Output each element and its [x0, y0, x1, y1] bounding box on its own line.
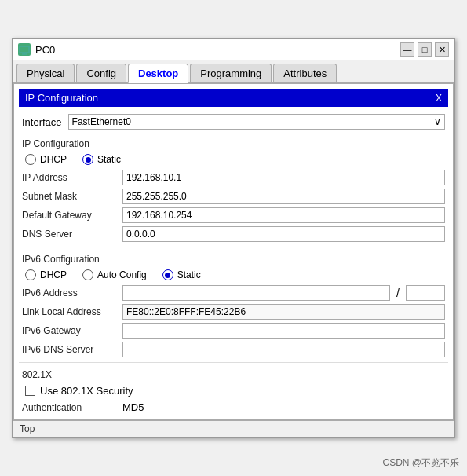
ipv6-prefix-input[interactable]	[406, 285, 445, 301]
tab-physical[interactable]: Physical	[16, 64, 75, 82]
ipv6-dhcp-option[interactable]: DHCP	[25, 269, 67, 280]
tab-desktop[interactable]: Desktop	[128, 64, 188, 83]
svg-rect-0	[20, 46, 29, 53]
ipv6-autoconfig-radio[interactable]	[82, 269, 93, 280]
title-bar: PC0 — □ ✕	[13, 39, 454, 60]
title-bar-left: PC0	[18, 43, 55, 56]
dot1x-checkbox-row: Use 802.1X Security	[19, 382, 448, 400]
ipv6-autoconfig-option[interactable]: Auto Config	[82, 269, 147, 280]
ipv6-address-row: IPv6 Address /	[19, 284, 448, 302]
ipv6-dns-row: IPv6 DNS Server	[19, 340, 448, 359]
dns-server-input[interactable]	[122, 226, 445, 242]
authentication-value: MD5	[122, 401, 144, 413]
default-gateway-input[interactable]	[122, 207, 445, 223]
link-local-input[interactable]	[122, 304, 445, 320]
ipv6-gateway-input[interactable]	[122, 323, 445, 339]
tab-bar: Physical Config Desktop Programming Attr…	[13, 60, 454, 83]
close-button[interactable]: ✕	[435, 42, 449, 57]
dns-server-label: DNS Server	[22, 229, 116, 240]
subnet-mask-label: Subnet Mask	[22, 191, 116, 202]
ipv6-gateway-row: IPv6 Gateway	[19, 321, 448, 340]
subnet-mask-input[interactable]	[122, 189, 445, 204]
app-icon	[18, 43, 31, 56]
ip-address-input[interactable]	[122, 170, 445, 185]
ipv4-static-radio-dot	[86, 157, 91, 163]
interface-label: Interface	[22, 116, 62, 128]
dot1x-title: 802.1X	[19, 366, 448, 382]
tab-programming[interactable]: Programming	[190, 64, 272, 82]
authentication-label: Authentication	[22, 402, 116, 413]
ipv6-slash: /	[396, 287, 400, 299]
title-buttons: — □ ✕	[400, 42, 449, 57]
ipv6-static-label: Static	[177, 269, 201, 280]
interface-value: FastEthernet0	[72, 116, 131, 127]
interface-row: Interface FastEthernet0 ∨	[19, 112, 448, 132]
authentication-row: Authentication MD5	[19, 400, 448, 415]
ip-config-title: IP Configuration	[25, 92, 98, 104]
minimize-button[interactable]: —	[400, 42, 414, 57]
link-local-row: Link Local Address	[19, 302, 448, 321]
main-window: PC0 — □ ✕ Physical Config Desktop Progra…	[12, 38, 455, 438]
watermark: CSDN @不览不乐	[382, 456, 459, 470]
ipv6-autoconfig-label: Auto Config	[97, 269, 147, 280]
interface-select[interactable]: FastEthernet0 ∨	[68, 114, 445, 130]
subnet-mask-row: Subnet Mask	[19, 187, 448, 206]
ipv6-static-option[interactable]: Static	[162, 269, 201, 280]
ipv6-radio-row: DHCP Auto Config Static	[19, 266, 448, 284]
dns-server-row: DNS Server	[19, 225, 448, 243]
ipv6-dns-input[interactable]	[122, 342, 445, 357]
link-local-label: Link Local Address	[22, 306, 116, 317]
dot1x-checkbox-label: Use 802.1X Security	[40, 385, 133, 397]
default-gateway-row: Default Gateway	[19, 206, 448, 225]
ipv6-gateway-label: IPv6 Gateway	[22, 325, 116, 336]
chevron-down-icon: ∨	[434, 116, 441, 127]
tab-config[interactable]: Config	[76, 64, 126, 82]
bottom-bar: Top	[13, 420, 454, 437]
ipv6-section-title: IPv6 Configuration	[19, 251, 448, 266]
window-title: PC0	[35, 44, 55, 56]
ipv4-dhcp-radio[interactable]	[25, 154, 36, 165]
ipv4-section: IP Configuration DHCP Static IP Address	[19, 135, 448, 243]
ipv6-static-radio[interactable]	[162, 269, 173, 280]
ipv4-dhcp-option[interactable]: DHCP	[25, 154, 67, 165]
tab-attributes[interactable]: Attributes	[273, 64, 337, 82]
ipv6-dns-label: IPv6 DNS Server	[22, 344, 116, 355]
ipv4-static-radio[interactable]	[82, 154, 93, 165]
ipv4-section-title: IP Configuration	[19, 135, 448, 151]
ipv4-static-option[interactable]: Static	[82, 154, 121, 165]
ipv6-address-input[interactable]	[122, 285, 390, 301]
ipv4-static-label: Static	[97, 154, 121, 165]
ipv4-radio-row: DHCP Static	[19, 151, 448, 168]
ipv4-dhcp-label: DHCP	[40, 154, 67, 165]
dot1x-checkbox[interactable]	[25, 386, 35, 396]
bottom-bar-label[interactable]: Top	[20, 423, 35, 434]
ipv6-address-label: IPv6 Address	[22, 287, 116, 298]
dot1x-section: 802.1X Use 802.1X Security Authenticatio…	[19, 366, 448, 415]
maximize-button[interactable]: □	[418, 42, 432, 57]
default-gateway-label: Default Gateway	[22, 210, 116, 221]
ipv6-dhcp-radio[interactable]	[25, 269, 36, 280]
ip-config-close[interactable]: X	[436, 93, 442, 104]
ipv6-static-radio-dot	[165, 273, 170, 278]
main-content: IP Configuration X Interface FastEtherne…	[13, 83, 454, 420]
ip-address-row: IP Address	[19, 168, 448, 187]
ip-address-label: IP Address	[22, 172, 116, 183]
ip-config-header: IP Configuration X	[19, 89, 448, 107]
ipv6-dhcp-label: DHCP	[40, 269, 67, 280]
ipv6-section: IPv6 Configuration DHCP Auto Config Stat…	[19, 251, 448, 359]
